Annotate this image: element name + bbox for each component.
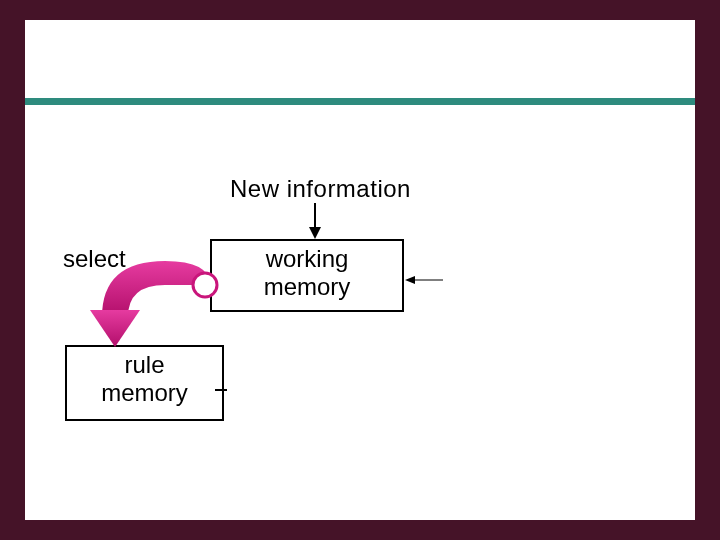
divider-rule [25,98,695,105]
new-information-label: New information [230,175,411,203]
slide-canvas: New information select working memory ru… [25,20,695,520]
svg-point-5 [193,273,217,297]
svg-marker-3 [405,276,415,284]
svg-marker-4 [90,310,140,347]
connector-tick-icon [215,380,235,400]
arrow-left-small-icon [403,270,443,290]
curved-arrow-icon [70,255,230,375]
svg-marker-1 [309,227,321,239]
working-memory-box: working memory [210,239,404,312]
arrow-down-icon [305,203,325,243]
